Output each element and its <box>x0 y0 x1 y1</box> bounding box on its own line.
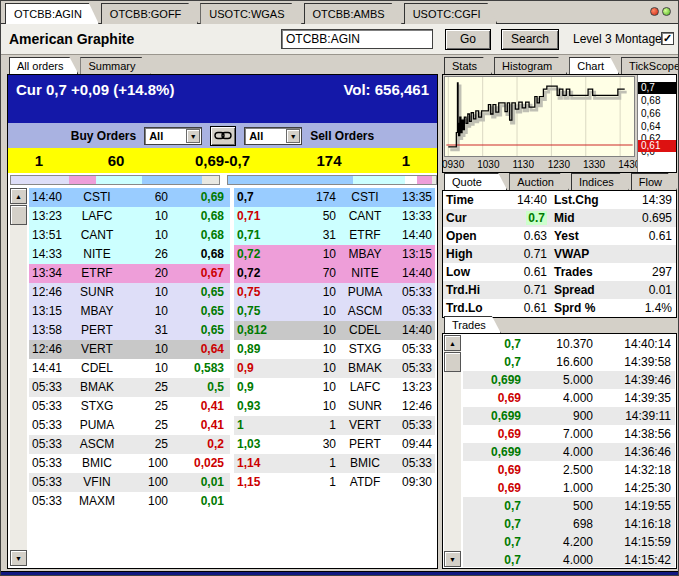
orders-tab[interactable]: All orders <box>9 57 78 74</box>
trade-time: 14:32:18 <box>597 461 675 479</box>
buy-order-row[interactable]: 12:46 SUNR 10 0,65 <box>29 283 230 302</box>
info-tab[interactable]: Auction <box>509 173 569 190</box>
sell-order-row[interactable]: 0,89 10 STXG 05:33 <box>234 340 435 359</box>
trade-price: 0,7 <box>463 353 525 371</box>
trade-row[interactable]: 0,69 2.500 14:32:18 <box>463 461 675 479</box>
sell-order-row[interactable]: 1,03 30 PERT 09:44 <box>234 435 435 454</box>
symbol-tab[interactable]: USOTC:WGAS <box>200 3 301 24</box>
chart-tab[interactable]: Histogram <box>494 57 567 74</box>
chevron-down-icon[interactable]: ▼ <box>286 129 300 143</box>
trade-row[interactable]: 0,7 500 14:19:55 <box>463 497 675 515</box>
symbol-tab[interactable]: USOTC:CGFI <box>404 3 498 24</box>
buy-order-row[interactable]: 13:58 PERT 31 0,65 <box>29 321 230 340</box>
disconnect-indicator-icon[interactable] <box>650 7 659 16</box>
sell-order-row[interactable]: 0,9 10 BMAK 05:33 <box>234 359 435 378</box>
sell-order-row[interactable]: 0,75 10 ASCM 05:33 <box>234 302 435 321</box>
connect-indicator-icon[interactable] <box>662 7 671 16</box>
symbol-input[interactable] <box>281 29 433 49</box>
buy-order-row[interactable]: 05:33 BMIC 100 0,025 <box>29 454 230 473</box>
symbol-tab[interactable]: OTCBB:AGIN <box>5 3 99 24</box>
buy-order-row[interactable]: 12:46 VERT 10 0,64 <box>29 340 230 359</box>
sell-order-row[interactable]: 1,14 1 BMIC 05:33 <box>234 454 435 473</box>
info-tab[interactable]: Flow <box>631 173 677 190</box>
price-chart <box>444 76 635 157</box>
order-size: 31 <box>286 226 339 245</box>
link-filters-button[interactable] <box>210 126 236 146</box>
orders-tab[interactable]: Summary <box>80 57 150 74</box>
sell-order-row[interactable]: 0,9 10 LAFC 13:23 <box>234 378 435 397</box>
sell-order-row[interactable]: 0,75 10 PUMA 05:33 <box>234 283 435 302</box>
buy-filter-select[interactable]: All ▼ <box>144 127 202 145</box>
quote-field-label: Sprd % <box>551 299 613 317</box>
trade-row[interactable]: 0,699 5.000 14:39:46 <box>463 371 675 389</box>
sell-order-row[interactable]: 0,93 10 SUNR 12:46 <box>234 397 435 416</box>
x-tick-label: 1030 <box>477 159 499 170</box>
sell-order-row[interactable]: 0,812 10 CDEL 14:40 <box>234 321 435 340</box>
scroll-down-icon[interactable]: ▼ <box>444 551 461 567</box>
trade-row[interactable]: 0,69 7.000 14:38:56 <box>463 425 675 443</box>
market-maker-id: STXG <box>71 397 123 416</box>
search-button[interactable]: Search <box>501 29 559 50</box>
chart-tab[interactable]: Stats <box>444 57 492 74</box>
sell-order-row[interactable]: 1 1 VERT 05:33 <box>234 416 435 435</box>
buy-order-row[interactable]: 05:33 BMAK 25 0,5 <box>29 378 230 397</box>
order-size: 1 <box>286 473 339 492</box>
order-time: 14:40 <box>391 264 435 283</box>
trade-row[interactable]: 0,699 4.000 14:36:46 <box>463 443 675 461</box>
trade-row[interactable]: 0,69 1.000 14:25:30 <box>463 479 675 497</box>
trades-tab[interactable]: Trades <box>444 316 501 333</box>
order-size: 174 <box>286 188 339 207</box>
sell-order-row[interactable]: 1,15 1 ATDF 09:30 <box>234 473 435 492</box>
sell-order-row[interactable]: 0,72 10 MBAY 13:15 <box>234 245 435 264</box>
sell-order-row[interactable]: 0,7 174 CSTI 13:35 <box>234 188 435 207</box>
instrument-name: American Graphite <box>9 31 134 47</box>
buy-order-row[interactable]: 05:33 PUMA 25 0,41 <box>29 416 230 435</box>
symbol-tab[interactable]: OTCBB:GOFF <box>101 3 199 24</box>
buy-order-row[interactable]: 14:40 CSTI 60 0,69 <box>29 188 230 207</box>
buy-order-row[interactable]: 13:34 ETRF 20 0,67 <box>29 264 230 283</box>
buy-order-row[interactable]: 13:23 LAFC 10 0,68 <box>29 207 230 226</box>
buy-order-row[interactable]: 13:51 CANT 10 0,68 <box>29 226 230 245</box>
header-bar: American Graphite Go Search Level 3 Mont… <box>1 24 679 55</box>
info-tab[interactable]: Quote Info <box>444 173 507 190</box>
book-scrollbar[interactable]: ▲ ▼ <box>10 188 27 566</box>
trade-price: 0,699 <box>463 371 525 389</box>
symbol-tab[interactable]: OTCBB:AMBS <box>304 3 402 24</box>
quote-field-value: 0.61 <box>495 263 551 281</box>
sell-filter-select[interactable]: All ▼ <box>244 127 302 145</box>
chart-tab[interactable]: TickScope <box>621 57 679 74</box>
level3-montage-checkbox[interactable]: ✓ <box>661 32 674 45</box>
scrollbar-thumb[interactable] <box>10 205 27 225</box>
order-time: 13:15 <box>29 302 71 321</box>
trade-row[interactable]: 0,699 900 14:39:11 <box>463 407 675 425</box>
trade-row[interactable]: 0,7 698 14:16:18 <box>463 515 675 533</box>
trade-row[interactable]: 0,69 4.000 14:39:35 <box>463 389 675 407</box>
scroll-down-icon[interactable]: ▼ <box>10 550 27 566</box>
trade-row[interactable]: 0,7 16.600 14:39:58 <box>463 353 675 371</box>
trade-row[interactable]: 0,7 10.370 14:40:14 <box>463 335 675 353</box>
order-time: 12:46 <box>29 283 71 302</box>
scroll-up-icon[interactable]: ▲ <box>10 188 27 204</box>
trades-scrollbar[interactable]: ▲ ▼ <box>444 335 461 567</box>
chevron-down-icon[interactable]: ▼ <box>186 129 200 143</box>
status-indicators <box>650 7 671 16</box>
sell-order-row[interactable]: 0,72 70 NITE 14:40 <box>234 264 435 283</box>
trade-row[interactable]: 0,7 4.200 14:15:59 <box>463 533 675 551</box>
buy-order-row[interactable]: 13:15 MBAY 10 0,65 <box>29 302 230 321</box>
buy-order-row[interactable]: 05:33 ASCM 25 0,2 <box>29 435 230 454</box>
go-button[interactable]: Go <box>445 29 491 50</box>
sell-order-row[interactable]: 0,71 50 CANT 13:33 <box>234 207 435 226</box>
trade-price: 0,7 <box>463 551 525 567</box>
market-maker-id: NITE <box>339 264 391 283</box>
buy-order-row[interactable]: 05:33 MAXM 100 0,01 <box>29 492 230 511</box>
scroll-up-icon[interactable]: ▲ <box>444 335 461 351</box>
trade-row[interactable]: 0,7 4.000 14:15:42 <box>463 551 675 567</box>
buy-order-row[interactable]: 05:33 VFIN 100 0,01 <box>29 473 230 492</box>
scrollbar-thumb[interactable] <box>444 352 461 372</box>
buy-order-row[interactable]: 05:33 STXG 25 0,41 <box>29 397 230 416</box>
buy-order-row[interactable]: 14:33 NITE 26 0,68 <box>29 245 230 264</box>
info-tab[interactable]: Indices <box>571 173 629 190</box>
buy-order-row[interactable]: 14:41 CDEL 10 0,583 <box>29 359 230 378</box>
sell-order-row[interactable]: 0,71 31 ETRF 14:40 <box>234 226 435 245</box>
chart-tab[interactable]: Chart <box>569 57 619 74</box>
